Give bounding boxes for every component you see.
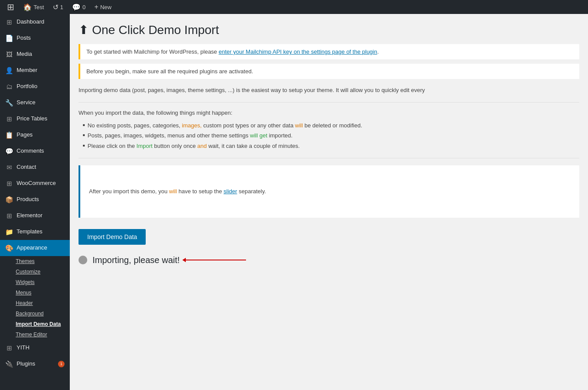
sidebar-item-appearance[interactable]: 🎨 Appearance [0, 240, 70, 256]
arrow-indicator [185, 257, 246, 263]
sidebar-label: Member [17, 66, 65, 74]
submenu-theme-editor[interactable]: Theme Editor [0, 329, 70, 340]
notice-mailchimp: To get started with Mailchimp for WordPr… [79, 44, 579, 59]
info-heading-text: When you import the data, the following … [79, 109, 232, 116]
divider-1 [79, 102, 579, 103]
sidebar-label: WooCommerce [17, 179, 65, 187]
home-icon: 🏠 [23, 3, 32, 11]
sidebar-label: Service [17, 99, 65, 106]
member-icon: 👤 [5, 66, 13, 75]
appearance-icon: 🎨 [5, 243, 13, 253]
sidebar-item-posts[interactable]: 📄 Posts [0, 30, 70, 46]
sidebar-item-media[interactable]: 🖼 Media [0, 46, 70, 62]
sidebar-label: Appearance [17, 244, 65, 252]
comments-icon: 💬 [72, 3, 81, 11]
products-icon: 📦 [5, 195, 13, 204]
sidebar-label: Comments [17, 147, 65, 155]
sidebar-label: Templates [17, 228, 65, 236]
submenu-header[interactable]: Header [0, 298, 70, 308]
sidebar-item-templates[interactable]: 📁 Templates [0, 224, 70, 240]
importing-status: Importing, please wait! [79, 255, 579, 265]
sidebar-item-yith[interactable]: ⊞ YITH [0, 340, 70, 356]
sidebar-item-service[interactable]: 🔧 Service [0, 95, 70, 111]
portfolio-icon: 🗂 [5, 82, 13, 91]
pages-icon: 📋 [5, 130, 13, 140]
wp-logo[interactable]: ⊞ [3, 2, 18, 12]
sidebar-item-dashboard[interactable]: ⊞ Dashboard [0, 14, 70, 30]
import-btn-label: Import Demo Data [87, 233, 137, 240]
dashboard-icon: ⊞ [5, 17, 13, 27]
submenu-customize[interactable]: Customize [0, 267, 70, 277]
sidebar-label: Plugins [17, 360, 54, 368]
slider-link[interactable]: slider [224, 188, 237, 195]
list-item: No existing posts, pages, categories, im… [83, 120, 579, 130]
sidebar-label: Dashboard [17, 18, 65, 26]
price-tables-icon: ⊞ [5, 114, 13, 123]
adminbar-new[interactable]: + New [91, 0, 115, 14]
content-wrap: ⬆ One Click Demo Import To get started w… [70, 14, 588, 274]
sidebar-label: YITH [17, 344, 65, 352]
main-content: ⬆ One Click Demo Import To get started w… [70, 14, 588, 390]
posts-icon: 📄 [5, 34, 13, 43]
sidebar-label: Portfolio [17, 82, 65, 90]
import-box: After you import this demo, you will hav… [79, 165, 579, 218]
service-icon: 🔧 [5, 98, 13, 107]
notice-plugins-text: Before you begin, make sure all the requ… [86, 68, 253, 75]
comments-menu-icon: 💬 [5, 147, 13, 156]
intro-text-content: Importing demo data (post, pages, images… [79, 87, 425, 93]
list-item: Please click on the Import button only o… [83, 141, 579, 151]
notice-plugins: Before you begin, make sure all the requ… [79, 64, 579, 79]
submenu-menus[interactable]: Menus [0, 287, 70, 298]
sidebar-label: Contact [17, 163, 65, 171]
divider-2 [79, 158, 579, 158]
sidebar-item-portfolio[interactable]: 🗂 Portfolio [0, 79, 70, 95]
adminbar-updates[interactable]: ↺ 1 [49, 0, 67, 14]
site-name: Test [34, 4, 44, 10]
sidebar-item-products[interactable]: 📦 Products [0, 192, 70, 208]
woocommerce-icon: ⊞ [5, 179, 13, 188]
importing-text: Importing, please wait! [92, 255, 180, 265]
notice-suffix: . [377, 48, 379, 55]
sidebar-label: Products [17, 195, 65, 203]
updates-icon: ↺ [53, 3, 58, 11]
title-text: One Click Demo Import [92, 23, 219, 37]
sidebar-label: Price Tables [17, 115, 65, 123]
mailchimp-link[interactable]: enter your Mailchimp API key on the sett… [219, 48, 377, 55]
plugins-badge: 1 [58, 361, 65, 367]
list-item: Posts, pages, images, widgets, menus and… [83, 130, 579, 140]
sidebar-item-comments[interactable]: 💬 Comments [0, 143, 70, 159]
sidebar-item-contact[interactable]: ✉ Contact [0, 159, 70, 175]
sidebar-item-price-tables[interactable]: ⊞ Price Tables [0, 111, 70, 127]
plugins-icon: 🔌 [5, 359, 13, 369]
media-icon: 🖼 [5, 50, 13, 59]
adminbar-comments[interactable]: 💬 0 [68, 0, 89, 14]
info-heading: When you import the data, the following … [79, 109, 579, 116]
sidebar-item-member[interactable]: 👤 Member [0, 62, 70, 79]
sidebar-item-woocommerce[interactable]: ⊞ WooCommerce [0, 175, 70, 192]
submenu-background[interactable]: Background [0, 308, 70, 319]
admin-bar: ⊞ 🏠 Test ↺ 1 💬 0 + New [0, 0, 588, 14]
sidebar-label: Media [17, 50, 65, 58]
sidebar-label: Posts [17, 34, 65, 42]
import-box-text: After you import this demo, you will hav… [89, 188, 266, 195]
templates-icon: 📁 [5, 227, 13, 236]
upload-icon: ⬆ [79, 23, 89, 37]
sidebar-item-pages[interactable]: 📋 Pages [0, 127, 70, 143]
yith-icon: ⊞ [5, 343, 13, 352]
sidebar-item-plugins[interactable]: 🔌 Plugins 1 [0, 356, 70, 372]
comments-count: 0 [82, 4, 85, 10]
new-label: New [100, 4, 112, 10]
submenu-themes[interactable]: Themes [0, 256, 70, 267]
import-demo-data-button[interactable]: Import Demo Data [79, 229, 146, 245]
submenu-import-demo-data[interactable]: Import Demo Data [0, 319, 70, 329]
sidebar-item-elementor[interactable]: ⊞ Elementor [0, 208, 70, 224]
adminbar-home[interactable]: 🏠 Test [20, 0, 48, 14]
admin-sidebar: ⊞ Dashboard 📄 Posts 🖼 Media 👤 Member 🗂 P… [0, 14, 70, 390]
elementor-icon: ⊞ [5, 211, 13, 220]
bullet-list: No existing posts, pages, categories, im… [79, 120, 579, 151]
submenu-widgets[interactable]: Widgets [0, 277, 70, 287]
sidebar-label: Pages [17, 131, 65, 139]
notice-mailchimp-text: To get started with Mailchimp for WordPr… [86, 48, 219, 55]
plus-icon: + [94, 3, 98, 11]
intro-text: Importing demo data (post, pages, images… [79, 86, 579, 95]
